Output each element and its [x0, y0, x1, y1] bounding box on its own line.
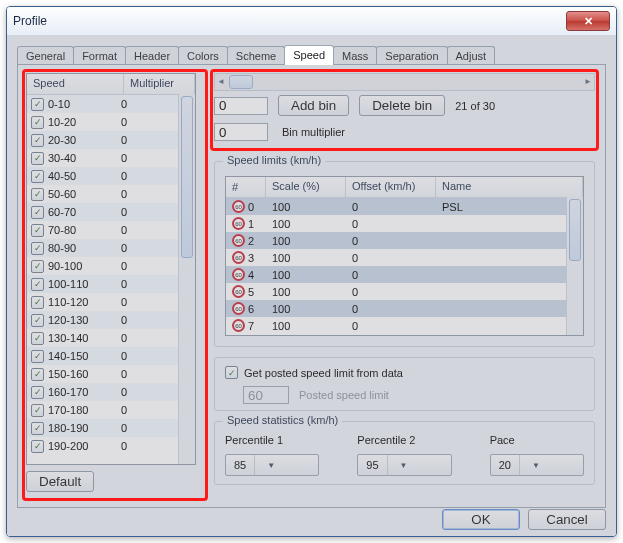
psl-checkbox[interactable]: ✓	[225, 366, 238, 379]
bin-checkbox[interactable]: ✓	[31, 296, 44, 309]
tab-general[interactable]: General	[17, 46, 74, 65]
bin-checkbox[interactable]: ✓	[31, 404, 44, 417]
delete-bin-button[interactable]: Delete bin	[359, 95, 445, 116]
bin-row[interactable]: ✓100-1100	[27, 275, 195, 293]
bin-label: 140-150	[48, 350, 88, 362]
bin-row[interactable]: ✓110-1200	[27, 293, 195, 311]
speed-limit-row[interactable]: 6071000	[226, 317, 583, 334]
scroll-right-icon[interactable]: ►	[582, 74, 594, 88]
bin-checkbox[interactable]: ✓	[31, 350, 44, 363]
tab-format[interactable]: Format	[73, 46, 126, 65]
speed-limit-row[interactable]: 6001000PSL	[226, 198, 583, 215]
bin-row[interactable]: ✓90-1000	[27, 257, 195, 275]
speed-limit-row[interactable]: 6061000	[226, 300, 583, 317]
bin-checkbox[interactable]: ✓	[31, 440, 44, 453]
bin-checkbox[interactable]: ✓	[31, 224, 44, 237]
tab-speed[interactable]: Speed	[284, 45, 334, 65]
bin-row[interactable]: ✓160-1700	[27, 383, 195, 401]
bin-scrollbar[interactable]: ◄ ►	[214, 73, 595, 91]
speed-sign-icon: 60	[232, 268, 245, 281]
bin-counter: 21 of 30	[455, 100, 495, 112]
psl-value-label: Posted speed limit	[299, 389, 389, 401]
psl-value-input	[243, 386, 289, 404]
default-button[interactable]: Default	[26, 471, 94, 492]
bin-row[interactable]: ✓30-400	[27, 149, 195, 167]
left-scroll-thumb[interactable]	[181, 96, 193, 258]
add-bin-button[interactable]: Add bin	[278, 95, 349, 116]
bin-row[interactable]: ✓60-700	[27, 203, 195, 221]
bin-row[interactable]: ✓170-1800	[27, 401, 195, 419]
sl-scale: 100	[266, 252, 346, 264]
bin-checkbox[interactable]: ✓	[31, 260, 44, 273]
bin-checkbox[interactable]: ✓	[31, 278, 44, 291]
bin-checkbox[interactable]: ✓	[31, 422, 44, 435]
bin-checkbox[interactable]: ✓	[31, 206, 44, 219]
bin-row[interactable]: ✓40-500	[27, 167, 195, 185]
col-multiplier[interactable]: Multiplier	[124, 74, 195, 94]
bin-row[interactable]: ✓20-300	[27, 131, 195, 149]
col-speed[interactable]: Speed	[27, 74, 124, 94]
sl-n: 2	[248, 235, 254, 247]
tab-scheme[interactable]: Scheme	[227, 46, 285, 65]
sl-scrollbar[interactable]	[566, 197, 583, 335]
speed-bin-table[interactable]: Speed Multiplier ✓0-100✓10-200✓20-300✓30…	[26, 73, 196, 465]
sl-n: 7	[248, 320, 254, 332]
speed-limit-row[interactable]: 6011000	[226, 215, 583, 232]
bin-label: 170-180	[48, 404, 88, 416]
bin-row[interactable]: ✓120-1300	[27, 311, 195, 329]
sl-scroll-thumb[interactable]	[569, 199, 581, 261]
speed-limit-row[interactable]: 6021000	[226, 232, 583, 249]
cancel-button[interactable]: Cancel	[528, 509, 606, 530]
tab-adjust[interactable]: Adjust	[447, 46, 496, 65]
bin-label: 30-40	[48, 152, 76, 164]
speed-limit-row[interactable]: 6031000	[226, 249, 583, 266]
bin-checkbox[interactable]: ✓	[31, 188, 44, 201]
bin-row[interactable]: ✓150-1600	[27, 365, 195, 383]
tab-colors[interactable]: Colors	[178, 46, 228, 65]
stats-title: Speed statistics (km/h)	[223, 414, 342, 426]
bin-checkbox[interactable]: ✓	[31, 368, 44, 381]
bin-row[interactable]: ✓0-100	[27, 95, 195, 113]
ok-button[interactable]: OK	[442, 509, 520, 530]
bin-checkbox[interactable]: ✓	[31, 134, 44, 147]
speed-limit-row[interactable]: 6041000	[226, 266, 583, 283]
bin-label: 160-170	[48, 386, 88, 398]
bin-row[interactable]: ✓80-900	[27, 239, 195, 257]
tab-header[interactable]: Header	[125, 46, 179, 65]
sl-col-name[interactable]: Name	[436, 177, 583, 197]
bin-row[interactable]: ✓10-200	[27, 113, 195, 131]
bin-checkbox[interactable]: ✓	[31, 170, 44, 183]
sl-col-n[interactable]: #	[226, 177, 266, 197]
bin-checkbox[interactable]: ✓	[31, 332, 44, 345]
bin-row[interactable]: ✓190-2000	[27, 437, 195, 455]
bin-checkbox[interactable]: ✓	[31, 98, 44, 111]
bin-label: 100-110	[48, 278, 88, 290]
sl-col-scale[interactable]: Scale (%)	[266, 177, 346, 197]
bin-checkbox[interactable]: ✓	[31, 116, 44, 129]
speed-limit-row[interactable]: 6051000	[226, 283, 583, 300]
tab-separation[interactable]: Separation	[376, 46, 447, 65]
p1-combo[interactable]: 85▼	[225, 454, 319, 476]
bin-checkbox[interactable]: ✓	[31, 314, 44, 327]
bin-checkbox[interactable]: ✓	[31, 242, 44, 255]
bin-checkbox[interactable]: ✓	[31, 152, 44, 165]
bin-row[interactable]: ✓130-1400	[27, 329, 195, 347]
bin-label: 150-160	[48, 368, 88, 380]
bin-row[interactable]: ✓140-1500	[27, 347, 195, 365]
left-scrollbar[interactable]	[178, 94, 195, 464]
speed-limits-table[interactable]: # Scale (%) Offset (km/h) Name 6001000PS…	[225, 176, 584, 336]
bin-checkbox[interactable]: ✓	[31, 386, 44, 399]
p2-combo[interactable]: 95▼	[357, 454, 451, 476]
scroll-left-icon[interactable]: ◄	[215, 74, 227, 88]
bin-row[interactable]: ✓180-1900	[27, 419, 195, 437]
sl-offset: 0	[346, 218, 436, 230]
sl-col-offset[interactable]: Offset (km/h)	[346, 177, 436, 197]
bin-multiplier-input[interactable]	[214, 123, 268, 141]
bin-row[interactable]: ✓50-600	[27, 185, 195, 203]
tab-mass[interactable]: Mass	[333, 46, 377, 65]
bin-value-input[interactable]	[214, 97, 268, 115]
pace-combo[interactable]: 20▼	[490, 454, 584, 476]
close-button[interactable]: ✕	[566, 11, 610, 31]
bin-scroll-thumb[interactable]	[229, 75, 253, 89]
bin-row[interactable]: ✓70-800	[27, 221, 195, 239]
